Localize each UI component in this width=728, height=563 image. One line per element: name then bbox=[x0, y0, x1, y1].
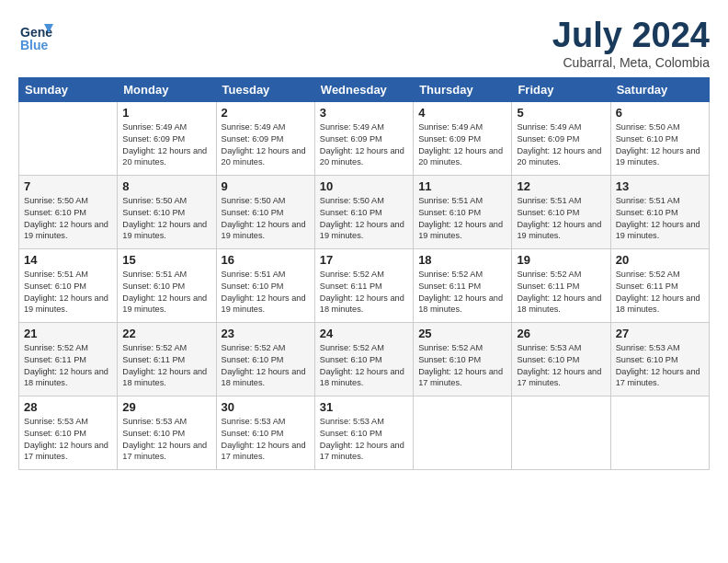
day-number: 5 bbox=[517, 106, 605, 120]
header-tuesday: Tuesday bbox=[216, 77, 314, 101]
table-row: 5Sunrise: 5:49 AM Sunset: 6:09 PM Daylig… bbox=[512, 101, 610, 175]
day-info: Sunrise: 5:51 AM Sunset: 6:10 PM Dayligh… bbox=[222, 269, 310, 316]
calendar-week-row: 28Sunrise: 5:53 AM Sunset: 6:10 PM Dayli… bbox=[19, 396, 710, 469]
table-row: 14Sunrise: 5:51 AM Sunset: 6:10 PM Dayli… bbox=[19, 248, 118, 322]
day-number: 29 bbox=[122, 400, 210, 414]
header-saturday: Saturday bbox=[610, 77, 709, 101]
day-info: Sunrise: 5:49 AM Sunset: 6:09 PM Dayligh… bbox=[418, 121, 506, 169]
day-info: Sunrise: 5:53 AM Sunset: 6:10 PM Dayligh… bbox=[222, 416, 310, 464]
table-row: 6Sunrise: 5:50 AM Sunset: 6:10 PM Daylig… bbox=[610, 101, 709, 175]
day-number: 14 bbox=[24, 253, 112, 267]
day-info: Sunrise: 5:51 AM Sunset: 6:10 PM Dayligh… bbox=[517, 195, 605, 243]
day-number: 22 bbox=[122, 327, 210, 340]
calendar-week-row: 21Sunrise: 5:52 AM Sunset: 6:11 PM Dayli… bbox=[19, 322, 710, 396]
day-number: 9 bbox=[222, 179, 310, 193]
day-number: 16 bbox=[222, 253, 310, 267]
header-thursday: Thursday bbox=[414, 77, 512, 101]
day-info: Sunrise: 5:53 AM Sunset: 6:10 PM Dayligh… bbox=[616, 342, 704, 390]
calendar-week-row: 7Sunrise: 5:50 AM Sunset: 6:10 PM Daylig… bbox=[19, 175, 710, 248]
day-number: 6 bbox=[616, 106, 704, 120]
day-number: 21 bbox=[24, 327, 112, 340]
day-number: 31 bbox=[320, 400, 408, 414]
day-number: 10 bbox=[320, 179, 408, 193]
table-row: 17Sunrise: 5:52 AM Sunset: 6:11 PM Dayli… bbox=[314, 248, 413, 322]
table-row bbox=[414, 396, 512, 469]
calendar-table: Sunday Monday Tuesday Wednesday Thursday… bbox=[18, 77, 710, 470]
table-row: 7Sunrise: 5:50 AM Sunset: 6:10 PM Daylig… bbox=[19, 175, 118, 248]
day-number: 2 bbox=[222, 106, 310, 120]
day-number: 30 bbox=[222, 400, 310, 414]
table-row: 21Sunrise: 5:52 AM Sunset: 6:11 PM Dayli… bbox=[19, 322, 118, 396]
table-row: 19Sunrise: 5:52 AM Sunset: 6:11 PM Dayli… bbox=[512, 248, 610, 322]
day-info: Sunrise: 5:52 AM Sunset: 6:10 PM Dayligh… bbox=[418, 342, 506, 390]
day-info: Sunrise: 5:50 AM Sunset: 6:10 PM Dayligh… bbox=[320, 195, 408, 243]
logo: General Blue bbox=[18, 17, 53, 52]
day-info: Sunrise: 5:50 AM Sunset: 6:10 PM Dayligh… bbox=[122, 195, 210, 243]
day-info: Sunrise: 5:52 AM Sunset: 6:11 PM Dayligh… bbox=[418, 269, 506, 316]
table-row: 15Sunrise: 5:51 AM Sunset: 6:10 PM Dayli… bbox=[118, 248, 216, 322]
day-info: Sunrise: 5:50 AM Sunset: 6:10 PM Dayligh… bbox=[24, 195, 112, 243]
table-row: 28Sunrise: 5:53 AM Sunset: 6:10 PM Dayli… bbox=[19, 396, 118, 469]
day-number: 13 bbox=[616, 179, 704, 193]
day-number: 28 bbox=[24, 400, 112, 414]
subtitle: Cubarral, Meta, Colombia bbox=[552, 55, 710, 70]
day-info: Sunrise: 5:52 AM Sunset: 6:10 PM Dayligh… bbox=[320, 342, 408, 390]
table-row: 29Sunrise: 5:53 AM Sunset: 6:10 PM Dayli… bbox=[118, 396, 216, 469]
table-row bbox=[610, 396, 709, 469]
header: General Blue July 2024 Cubarral, Meta, C… bbox=[18, 17, 710, 70]
day-number: 12 bbox=[517, 179, 605, 193]
day-number: 15 bbox=[122, 253, 210, 267]
day-info: Sunrise: 5:53 AM Sunset: 6:10 PM Dayligh… bbox=[320, 416, 408, 464]
table-row: 16Sunrise: 5:51 AM Sunset: 6:10 PM Dayli… bbox=[216, 248, 314, 322]
day-info: Sunrise: 5:49 AM Sunset: 6:09 PM Dayligh… bbox=[122, 121, 210, 169]
day-info: Sunrise: 5:51 AM Sunset: 6:10 PM Dayligh… bbox=[24, 269, 112, 316]
day-info: Sunrise: 5:52 AM Sunset: 6:11 PM Dayligh… bbox=[122, 342, 210, 390]
table-row: 27Sunrise: 5:53 AM Sunset: 6:10 PM Dayli… bbox=[610, 322, 709, 396]
day-number: 18 bbox=[418, 253, 506, 267]
table-row: 8Sunrise: 5:50 AM Sunset: 6:10 PM Daylig… bbox=[118, 175, 216, 248]
day-info: Sunrise: 5:51 AM Sunset: 6:10 PM Dayligh… bbox=[122, 269, 210, 316]
day-number: 20 bbox=[616, 253, 704, 267]
day-info: Sunrise: 5:52 AM Sunset: 6:11 PM Dayligh… bbox=[320, 269, 408, 316]
table-row: 2Sunrise: 5:49 AM Sunset: 6:09 PM Daylig… bbox=[216, 101, 314, 175]
day-number: 8 bbox=[122, 179, 210, 193]
day-number: 17 bbox=[320, 253, 408, 267]
day-info: Sunrise: 5:53 AM Sunset: 6:10 PM Dayligh… bbox=[517, 342, 605, 390]
title-block: July 2024 Cubarral, Meta, Colombia bbox=[552, 17, 710, 70]
day-number: 24 bbox=[320, 327, 408, 340]
day-number: 4 bbox=[418, 106, 506, 120]
table-row: 18Sunrise: 5:52 AM Sunset: 6:11 PM Dayli… bbox=[414, 248, 512, 322]
day-number: 25 bbox=[418, 327, 506, 340]
table-row: 13Sunrise: 5:51 AM Sunset: 6:10 PM Dayli… bbox=[610, 175, 709, 248]
table-row: 26Sunrise: 5:53 AM Sunset: 6:10 PM Dayli… bbox=[512, 322, 610, 396]
day-info: Sunrise: 5:49 AM Sunset: 6:09 PM Dayligh… bbox=[517, 121, 605, 169]
calendar-header-row: Sunday Monday Tuesday Wednesday Thursday… bbox=[19, 77, 710, 101]
header-sunday: Sunday bbox=[19, 77, 118, 101]
logo-icon: General Blue bbox=[18, 17, 53, 52]
table-row: 22Sunrise: 5:52 AM Sunset: 6:11 PM Dayli… bbox=[118, 322, 216, 396]
day-number: 27 bbox=[616, 327, 704, 340]
table-row: 12Sunrise: 5:51 AM Sunset: 6:10 PM Dayli… bbox=[512, 175, 610, 248]
table-row: 25Sunrise: 5:52 AM Sunset: 6:10 PM Dayli… bbox=[414, 322, 512, 396]
main-title: July 2024 bbox=[552, 17, 710, 55]
table-row: 24Sunrise: 5:52 AM Sunset: 6:10 PM Dayli… bbox=[314, 322, 413, 396]
day-info: Sunrise: 5:51 AM Sunset: 6:10 PM Dayligh… bbox=[418, 195, 506, 243]
day-info: Sunrise: 5:52 AM Sunset: 6:11 PM Dayligh… bbox=[616, 269, 704, 316]
day-number: 1 bbox=[122, 106, 210, 120]
day-info: Sunrise: 5:50 AM Sunset: 6:10 PM Dayligh… bbox=[222, 195, 310, 243]
header-monday: Monday bbox=[118, 77, 216, 101]
header-friday: Friday bbox=[512, 77, 610, 101]
svg-text:Blue: Blue bbox=[20, 38, 49, 52]
day-info: Sunrise: 5:52 AM Sunset: 6:10 PM Dayligh… bbox=[222, 342, 310, 390]
table-row: 30Sunrise: 5:53 AM Sunset: 6:10 PM Dayli… bbox=[216, 396, 314, 469]
day-number: 3 bbox=[320, 106, 408, 120]
day-number: 19 bbox=[517, 253, 605, 267]
table-row bbox=[512, 396, 610, 469]
table-row: 11Sunrise: 5:51 AM Sunset: 6:10 PM Dayli… bbox=[414, 175, 512, 248]
table-row: 20Sunrise: 5:52 AM Sunset: 6:11 PM Dayli… bbox=[610, 248, 709, 322]
table-row: 1Sunrise: 5:49 AM Sunset: 6:09 PM Daylig… bbox=[118, 101, 216, 175]
table-row: 9Sunrise: 5:50 AM Sunset: 6:10 PM Daylig… bbox=[216, 175, 314, 248]
day-info: Sunrise: 5:53 AM Sunset: 6:10 PM Dayligh… bbox=[122, 416, 210, 464]
page: General Blue July 2024 Cubarral, Meta, C… bbox=[0, 0, 728, 563]
day-number: 26 bbox=[517, 327, 605, 340]
